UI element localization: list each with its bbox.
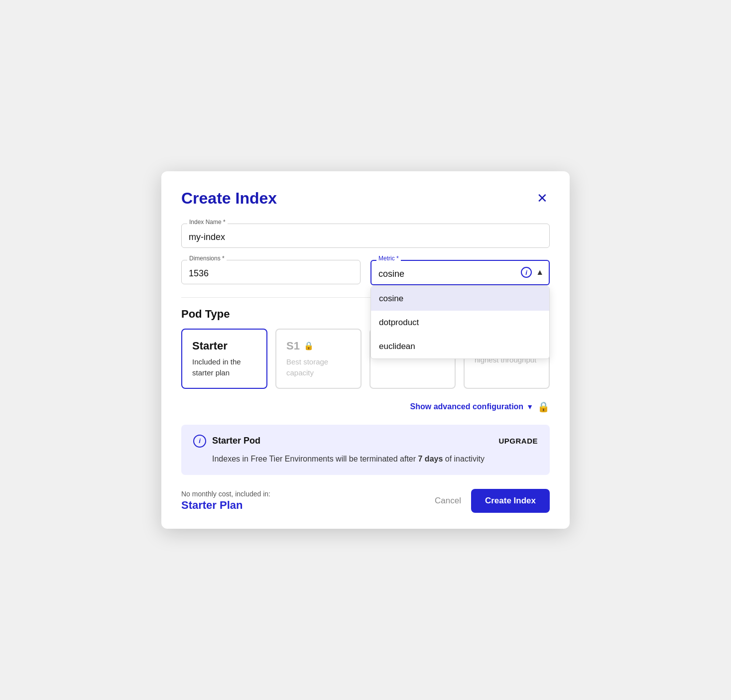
chevron-down-icon: ▼: [526, 403, 533, 411]
banner-body-bold: 7 days: [418, 455, 443, 463]
advanced-config-row: Show advanced configuration ▼ 🔒: [181, 401, 550, 413]
banner-body-prefix: Indexes in Free Tier Environments will b…: [212, 455, 418, 463]
dimensions-metric-row: Dimensions * Metric * i ▲ cosine dotprod…: [181, 260, 550, 285]
footer-actions: Cancel Create Index: [435, 489, 550, 513]
metric-option-cosine[interactable]: cosine: [371, 287, 549, 311]
advanced-config-lock-icon: 🔒: [537, 401, 550, 413]
dimensions-label: Dimensions *: [187, 255, 227, 262]
advanced-config-label: Show advanced configuration: [410, 402, 524, 411]
info-banner: i Starter Pod UPGRADE Indexes in Free Ti…: [181, 425, 550, 475]
create-index-button[interactable]: Create Index: [471, 489, 550, 513]
pod-card-s1-desc: Best storage capacity: [286, 356, 351, 379]
banner-title: Starter Pod: [212, 436, 260, 446]
metric-option-dotproduct[interactable]: dotproduct: [371, 311, 549, 335]
metric-option-euclidean[interactable]: euclidean: [371, 335, 549, 358]
upgrade-link[interactable]: UPGRADE: [498, 437, 538, 445]
pod-card-s1-title: S1 🔒: [286, 340, 351, 352]
banner-body: Indexes in Free Tier Environments will b…: [193, 453, 538, 466]
dimensions-input[interactable]: [181, 260, 361, 284]
modal-title: Create Index: [181, 189, 277, 208]
metric-field-wrapper: Metric * i ▲ cosine dotproduct euclidean: [370, 260, 550, 285]
modal-header: Create Index ✕: [181, 189, 550, 208]
metric-chevron-icon[interactable]: ▲: [536, 268, 544, 277]
metric-dropdown: cosine dotproduct euclidean: [370, 286, 550, 359]
footer-cost-label: No monthly cost, included in:: [181, 490, 270, 498]
footer-plan-label: Starter Plan: [181, 499, 270, 512]
pod-card-starter[interactable]: Starter Included in the starter plan: [181, 329, 267, 389]
pod-card-s1[interactable]: S1 🔒 Best storage capacity: [275, 329, 362, 389]
index-name-input[interactable]: [181, 224, 550, 248]
metric-label: Metric *: [376, 255, 401, 262]
advanced-config-link[interactable]: Show advanced configuration ▼: [410, 402, 533, 411]
s1-lock-icon: 🔒: [304, 341, 314, 350]
pod-card-starter-title: Starter: [192, 340, 256, 352]
close-button[interactable]: ✕: [535, 190, 550, 207]
footer-left: No monthly cost, included in: Starter Pl…: [181, 490, 270, 512]
close-icon: ✕: [537, 191, 548, 206]
pod-card-starter-desc: Included in the starter plan: [192, 356, 256, 379]
banner-body-suffix: of inactivity: [443, 455, 485, 463]
dimensions-field-wrapper: Dimensions *: [181, 260, 361, 285]
modal-footer: No monthly cost, included in: Starter Pl…: [181, 489, 550, 513]
metric-info-icon[interactable]: i: [521, 267, 532, 278]
banner-info-icon: i: [193, 435, 206, 448]
index-name-field-group: Index Name *: [181, 224, 550, 248]
index-name-label: Index Name *: [187, 219, 228, 226]
create-index-modal: Create Index ✕ Index Name * Dimensions *…: [161, 171, 570, 529]
cancel-button[interactable]: Cancel: [435, 496, 461, 506]
